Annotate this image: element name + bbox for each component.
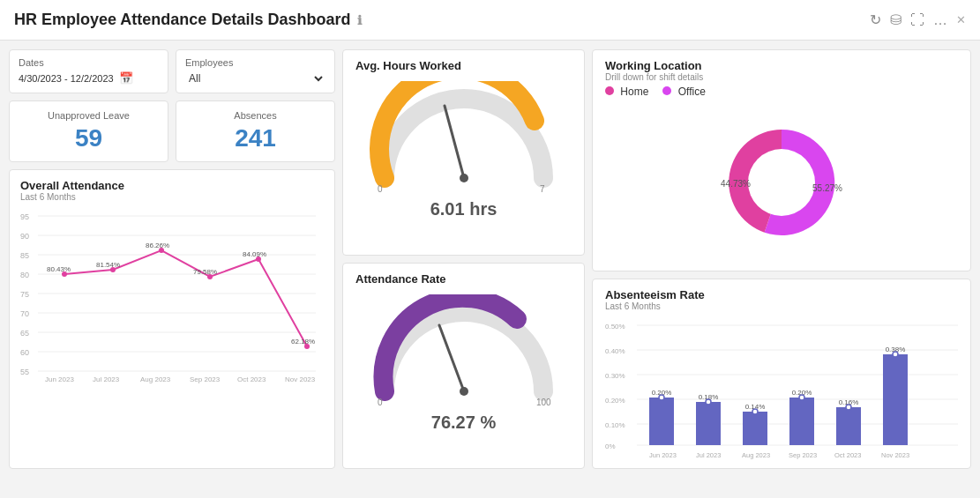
svg-point-27 [207, 274, 213, 279]
avg-hours-title: Avg. Hours Worked [355, 59, 572, 72]
donut-chart-container: 44.73% 55.27% [605, 103, 958, 262]
attendance-rate-title: Attendance Rate [355, 272, 572, 286]
employees-label: Employees [185, 57, 325, 68]
svg-point-37 [460, 174, 468, 182]
svg-text:80.43%: 80.43% [47, 265, 71, 273]
working-location-legend: Home Office [605, 85, 958, 98]
working-location-panel: Working Location Drill down for shift de… [592, 49, 971, 271]
unapproved-leave-kpi: Unapproved Leave 59 [9, 100, 168, 162]
svg-point-64 [706, 399, 711, 405]
svg-text:0.40%: 0.40% [605, 347, 625, 355]
home-legend-label: Home [620, 85, 648, 98]
svg-text:79.58%: 79.58% [193, 268, 217, 276]
svg-point-44 [748, 149, 815, 216]
svg-text:86.26%: 86.26% [146, 242, 169, 249]
svg-text:Jul 2023: Jul 2023 [696, 451, 721, 459]
svg-text:0: 0 [378, 184, 383, 194]
overall-attendance-title: Overall Attendance [20, 179, 324, 192]
svg-text:Jul 2023: Jul 2023 [93, 375, 120, 383]
absenteeism-title: Absenteeism Rate [605, 288, 958, 301]
attendance-rate-gauge: 0 100 76.27 % [355, 286, 572, 459]
svg-text:95: 95 [20, 212, 29, 221]
dates-filter: Dates 4/30/2023 - 12/2/2023 📅 [9, 49, 168, 93]
absences-kpi: Absences 241 [176, 100, 335, 162]
svg-rect-74 [883, 354, 908, 445]
svg-point-61 [659, 395, 664, 400]
svg-rect-59 [649, 398, 674, 445]
svg-point-26 [159, 248, 164, 253]
svg-text:0.10%: 0.10% [605, 421, 625, 429]
svg-point-76 [893, 352, 898, 357]
svg-text:Jun 2023: Jun 2023 [45, 375, 74, 383]
title-text: HR Employee Attendance Details Dashboard [14, 11, 350, 29]
close-icon[interactable]: ✕ [956, 13, 966, 26]
avg-hours-panel: Avg. Hours Worked 0 7 6.01 hrs [342, 49, 585, 256]
svg-text:100: 100 [536, 398, 551, 407]
working-location-title: Working Location [605, 59, 958, 72]
unapproved-leave-label: Unapproved Leave [22, 110, 155, 121]
employees-select[interactable]: All [185, 71, 325, 85]
svg-line-36 [445, 106, 464, 178]
avg-hours-value: 6.01 hrs [430, 199, 497, 219]
svg-text:Nov 2023: Nov 2023 [285, 375, 316, 383]
attendance-rate-panel: Attendance Rate 0 100 76.27 % [342, 263, 585, 469]
connect-icon[interactable]: ⛁ [890, 11, 901, 28]
svg-text:0.50%: 0.50% [605, 323, 625, 331]
dates-value: 4/30/2023 - 12/2/2023 [19, 73, 114, 84]
line-chart-svg-container: 95 90 85 80 75 70 65 60 55 [20, 207, 324, 383]
svg-text:85: 85 [20, 251, 29, 260]
svg-text:0: 0 [378, 398, 383, 407]
employees-value-row: All [185, 71, 325, 85]
svg-text:Sep 2023: Sep 2023 [789, 451, 817, 459]
svg-text:Oct 2023: Oct 2023 [237, 375, 266, 383]
filters-row: Dates 4/30/2023 - 12/2/2023 📅 Employees … [9, 49, 335, 93]
expand-icon[interactable]: ⛶ [910, 12, 924, 28]
calendar-icon[interactable]: 📅 [119, 71, 133, 85]
svg-text:84.09%: 84.09% [243, 250, 266, 258]
office-legend-item: Office [662, 85, 705, 98]
svg-text:Nov 2023: Nov 2023 [881, 451, 909, 459]
dates-value-row: 4/30/2023 - 12/2/2023 📅 [19, 71, 159, 85]
svg-text:60: 60 [20, 348, 29, 357]
absenteeism-subtitle: Last 6 Months [605, 301, 958, 311]
svg-text:90: 90 [20, 232, 29, 241]
attendance-rate-gauge-svg: 0 100 [367, 294, 561, 409]
dashboard-title: HR Employee Attendance Details Dashboard… [14, 11, 362, 29]
kpi-row: Unapproved Leave 59 Absences 241 [9, 100, 335, 162]
svg-text:Aug 2023: Aug 2023 [140, 375, 171, 383]
attendance-rate-value: 76.27 % [431, 413, 496, 433]
svg-text:Jun 2023: Jun 2023 [649, 451, 677, 459]
refresh-icon[interactable]: ↻ [870, 11, 881, 28]
absenteeism-panel: Absenteeism Rate Last 6 Months 0.50% 0.4… [592, 279, 971, 469]
svg-text:44.73%: 44.73% [721, 179, 751, 189]
svg-text:Oct 2023: Oct 2023 [834, 451, 861, 459]
svg-text:62.18%: 62.18% [291, 338, 315, 346]
svg-rect-68 [789, 398, 814, 445]
svg-text:0.20%: 0.20% [605, 397, 625, 405]
svg-text:70: 70 [20, 309, 29, 318]
avg-hours-gauge: 0 7 6.01 hrs [355, 72, 572, 246]
home-legend-item: Home [605, 85, 648, 98]
svg-rect-62 [696, 402, 721, 445]
svg-point-73 [846, 405, 851, 410]
left-column: Dates 4/30/2023 - 12/2/2023 📅 Employees … [9, 49, 335, 469]
overall-attendance-chart: Overall Attendance Last 6 Months 95 90 8… [9, 169, 335, 469]
svg-text:75: 75 [20, 290, 29, 299]
avg-hours-gauge-svg: 0 7 [367, 81, 561, 196]
svg-text:55.27%: 55.27% [812, 183, 842, 193]
svg-point-29 [304, 344, 310, 349]
svg-text:7: 7 [540, 184, 545, 194]
absences-value: 241 [189, 124, 322, 152]
svg-text:80: 80 [20, 271, 29, 279]
svg-text:Aug 2023: Aug 2023 [742, 451, 770, 459]
svg-text:Sep 2023: Sep 2023 [190, 375, 221, 383]
svg-text:81.54%: 81.54% [96, 261, 120, 269]
home-legend-dot [605, 86, 614, 95]
middle-column: Avg. Hours Worked 0 7 6.01 hrs [342, 49, 585, 469]
line-chart-svg: 95 90 85 80 75 70 65 60 55 [20, 207, 320, 383]
main-content: Dates 4/30/2023 - 12/2/2023 📅 Employees … [0, 41, 980, 485]
more-icon[interactable]: … [933, 12, 947, 28]
bar-chart-area: 0.50% 0.40% 0.30% 0.20% 0.10% 0% [605, 318, 958, 459]
info-icon[interactable]: ℹ [357, 13, 362, 27]
svg-point-24 [62, 271, 67, 277]
